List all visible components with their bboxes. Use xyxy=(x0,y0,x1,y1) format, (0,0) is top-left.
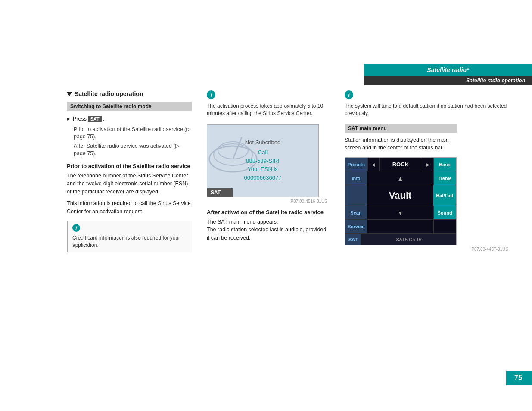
sat-row-scan: Scan ▼ Sound xyxy=(345,206,456,220)
vault-label: Vault xyxy=(367,185,433,206)
not-subscribed-label: Not Subcribed xyxy=(245,139,280,146)
sat-screen-ref: P87.80-4516-31US xyxy=(207,199,327,204)
sat-main-body: Station information is displayed on the … xyxy=(345,136,457,153)
esn-number: 000006636077 xyxy=(244,174,282,181)
sat-main-screen: Presets ◄ ROCK ► Bass Info ▲ Treble Vaul… xyxy=(345,157,457,245)
indent-text-1: Prior to activation of the Satellite rad… xyxy=(67,126,192,141)
info-icon-mid: i xyxy=(207,90,215,99)
sat-status-info: SAT5 Ch 16 xyxy=(361,237,456,242)
info-icon-right: i xyxy=(345,90,353,99)
balfad-label: Bal/Fad xyxy=(433,185,456,206)
sat-status-bar: SAT SAT5 Ch 16 xyxy=(345,234,456,245)
standalone-info-mid: i The activation process takes approxima… xyxy=(207,90,327,117)
sat-row-presets: Presets ◄ ROCK ► Bass xyxy=(345,158,456,171)
standalone-info-right: i The system will tune to a default stat… xyxy=(345,90,508,117)
presets-label: Presets xyxy=(345,158,368,171)
nav-up-icon: ▲ xyxy=(367,171,434,185)
sat-row-service: Service xyxy=(345,220,456,234)
treble-label: Treble xyxy=(434,171,456,185)
after-activation-text2: The radio station selected last is audib… xyxy=(207,226,327,242)
body-text-1: The telephone number of the Sirius Servi… xyxy=(67,172,192,196)
after-activation-heading: After activation of the Satellite radio … xyxy=(207,209,327,215)
section-heading: Satellite radio operation xyxy=(67,90,192,97)
sat-screen-content: Not Subcribed Call 888-539-SIRI Your ESN… xyxy=(207,125,318,197)
sat-row-vault: Vault Bal/Fad xyxy=(345,185,456,206)
after-activation-text1: The SAT main menu appears. xyxy=(207,218,327,226)
sat-status-label: SAT xyxy=(345,234,361,245)
page-title: Satellite radio* xyxy=(364,64,532,76)
sub-heading-1: Prior to activation of the Satellite rad… xyxy=(67,163,192,169)
scan-label: Scan xyxy=(345,206,367,219)
middle-column: i The activation process takes approxima… xyxy=(207,90,327,242)
page-number: 75 xyxy=(506,371,532,385)
bullet-text: Press SAT . xyxy=(73,115,105,123)
body-text-2: This information is required to call the… xyxy=(67,199,192,216)
info-label: Info xyxy=(345,171,367,185)
indent-text-2: After Satellite radio service was activa… xyxy=(67,143,192,158)
header-bar: Satellite radio* Satellite radio operati… xyxy=(364,64,532,85)
service-spacer xyxy=(367,220,434,233)
sat-key-label: SAT xyxy=(88,116,101,122)
sat-bottom-label: SAT xyxy=(207,188,233,197)
sat-main-ref: P87.80-4437-31US xyxy=(345,247,508,252)
phone-number: 888-539-SIRI xyxy=(246,158,279,164)
sat-screen: Not Subcribed Call 888-539-SIRI Your ESN… xyxy=(207,124,319,197)
info-text-mid: The activation process takes approximate… xyxy=(207,103,327,117)
subsection-box: Switching to Satellite radio mode xyxy=(67,102,192,111)
info-box-text: Credit card information is also required… xyxy=(72,234,187,249)
info-box-left: i Credit card information is also requir… xyxy=(67,221,192,252)
nav-right-icon: ► xyxy=(422,158,434,171)
service-label: Service xyxy=(345,220,367,233)
section-title: Satellite radio operation xyxy=(75,90,143,97)
service-right-spacer xyxy=(434,220,456,233)
esn-label: Your ESN is xyxy=(248,166,278,172)
sat-row-info: Info ▲ Treble xyxy=(345,171,456,185)
triangle-icon xyxy=(67,92,72,96)
bullet-arrow-icon: ▶ xyxy=(67,116,70,121)
info-icon: i xyxy=(72,224,80,232)
nav-left-icon: ◄ xyxy=(368,158,380,171)
left-column: Satellite radio operation Switching to S… xyxy=(67,90,192,252)
call-label: Call xyxy=(258,149,268,156)
right-column: i The system will tune to a default stat… xyxy=(345,90,508,257)
rock-label: ROCK xyxy=(380,158,423,171)
bass-label: Bass xyxy=(434,158,456,171)
call-info: Call 888-539-SIRI Your ESN is 0000066360… xyxy=(244,148,282,182)
vault-spacer xyxy=(345,185,367,206)
page-subtitle: Satellite radio operation xyxy=(364,76,532,85)
bullet-item: ▶ Press SAT . xyxy=(67,115,192,123)
sound-label: Sound xyxy=(434,206,456,219)
sat-main-heading: SAT main menu xyxy=(345,124,457,133)
nav-down-icon: ▼ xyxy=(367,206,434,219)
info-text-right: The system will tune to a default statio… xyxy=(345,103,508,117)
